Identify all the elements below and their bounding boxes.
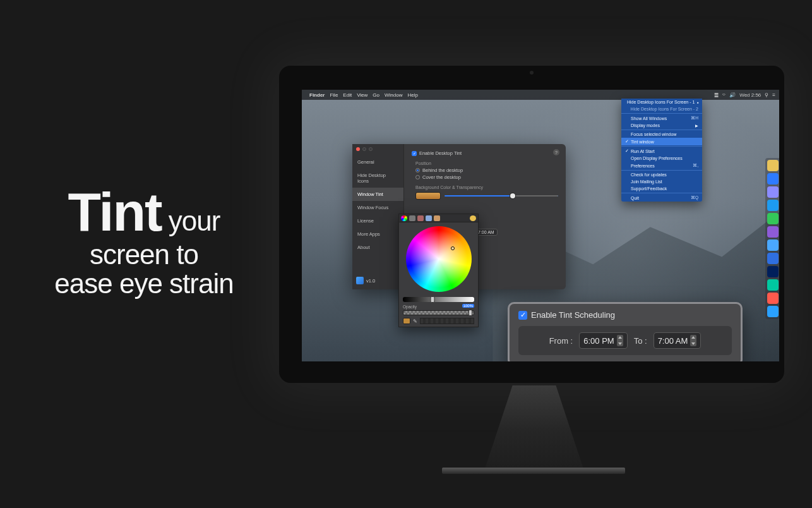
slider-thumb[interactable] [510,193,515,198]
dock-app-icon[interactable] [767,239,779,251]
saved-swatches-grid[interactable] [420,318,474,324]
dock-app-icon[interactable] [767,160,779,171]
menubar-item[interactable]: Help [407,92,417,98]
dock-app-icon[interactable] [767,279,779,291]
eyedropper-icon[interactable]: ✎ [413,318,417,324]
sidebar-item-hide-desktop-icons[interactable]: Hide Desktop Icons [352,169,403,188]
menu-item[interactable]: Preferences⌘, [621,162,702,169]
imac-frame: Finder File Edit View Go Window Help ䷀ ⌔… [279,66,784,383]
bgcolor-row [415,192,558,200]
radio-behind-desktop[interactable] [415,168,420,172]
desktop-screen: Finder File Edit View Go Window Help ䷀ ⌔… [302,90,779,361]
menu-shortcut: ⌘Q [691,195,698,200]
search-icon[interactable]: ⚲ [765,92,768,98]
zoom-button[interactable] [369,147,373,151]
color-wheel-tab-icon[interactable] [401,215,407,221]
color-wheel[interactable] [406,226,472,292]
enable-desktop-tint-checkbox[interactable]: ✓ [412,151,417,156]
help-icon[interactable]: ? [553,149,559,155]
menu-item[interactable]: Focus selected window [621,131,702,138]
pencils-tab-icon[interactable] [434,215,440,221]
position-behind-row: Behind the desktop [415,167,558,173]
radio-cover-desktop-label: Cover the desktop [422,174,461,180]
dock-app-icon[interactable] [767,226,779,238]
dock-app-icon[interactable] [767,306,779,317]
opacity-slider-thumb[interactable] [469,310,472,316]
from-time-field[interactable]: 6:00 PM [579,332,627,349]
color-swatch-button[interactable] [415,192,441,200]
menu-item[interactable]: Support/Feedback [621,185,702,192]
from-time-stepper[interactable] [617,335,623,346]
menubar-item[interactable]: Window [385,92,402,98]
menu-item[interactable]: Quit⌘Q [621,194,702,202]
image-palettes-tab-icon[interactable] [426,215,432,221]
color-palettes-tab-icon[interactable] [417,215,424,221]
sidebar-item-license[interactable]: License [352,214,403,227]
menubar-item[interactable]: Edit [343,92,352,98]
from-label: From : [549,336,573,346]
menu-item[interactable]: Join Mailing List [621,178,702,185]
sidebar-item-about[interactable]: About [352,241,403,254]
to-time-field[interactable]: 7:00 AM [654,332,702,349]
menu-item-label: Tint window [631,140,654,144]
brightness-slider[interactable] [403,297,474,302]
menubar-item[interactable]: File [330,92,338,98]
sidebar-item-window-tint[interactable]: Window Tint [352,188,403,201]
clock-text[interactable]: Wed 2:56 [739,92,761,98]
minimize-button[interactable] [362,147,366,151]
imac-stand [480,385,588,468]
window-traffic-lights [356,147,373,151]
menubar-item[interactable]: Go [373,92,379,98]
radio-cover-desktop[interactable] [415,175,420,179]
to-time-stepper[interactable] [690,335,696,346]
menu-item-label: Open Display Preferences [631,156,683,160]
dock-app-icon[interactable] [767,213,779,224]
tagline-word-tint: Tint [68,181,162,242]
tagline-word-your: your [162,205,220,236]
menubar-app-name[interactable]: Finder [309,92,325,98]
menu-item[interactable]: Display modes▶ [621,122,702,129]
menu-item[interactable]: Show All Windows⌘H [621,114,702,122]
current-color-swatch[interactable] [403,318,410,324]
close-button[interactable] [356,147,360,151]
dock-app-icon[interactable] [767,186,779,198]
menu-item[interactable]: Open Display Preferences [621,155,702,162]
menu-item-label: Display modes [631,123,660,128]
dock [765,158,779,319]
menu-item[interactable]: Hide Desktop Icons For Screen - 1● [621,99,702,106]
color-sliders-tab-icon[interactable] [409,215,415,221]
menu-item-label: Hide Desktop Icons For Screen - 1 [627,100,695,104]
dock-app-icon[interactable] [767,173,779,184]
menu-item-label: Quit [631,196,639,200]
app-icon [356,277,364,284]
menu-item-label: Preferences [631,164,655,168]
wifi-icon[interactable]: ⌔ [722,92,725,98]
control-center-icon[interactable]: ≡ [772,92,775,98]
dock-app-icon[interactable] [767,293,779,304]
battery-icon[interactable]: ䷀ [714,92,719,98]
volume-icon[interactable]: 🔊 [729,92,736,98]
enable-tint-scheduling-checkbox[interactable]: ✓ [518,311,527,320]
menu-item[interactable]: ✓Tint window [621,138,702,145]
submenu-arrow-icon: ▶ [695,123,698,128]
opacity-slider[interactable] [403,310,474,315]
menu-item-label: Support/Feedback [631,186,667,191]
tagline-line-3: ease eye strain [11,269,277,298]
transparency-slider[interactable] [445,195,558,197]
menu-item[interactable]: Check for updates [621,171,702,178]
color-wheel-marker[interactable] [451,246,455,250]
menu-item-label: Hide Desktop Icons For Screen - 2 [631,107,698,111]
menubar-item[interactable]: View [357,92,367,98]
sidebar-item-general[interactable]: General [352,155,403,169]
menu-shortcut: ⌘, [693,163,698,168]
dock-app-icon[interactable] [767,253,779,264]
sidebar-item-more-apps[interactable]: More Apps [352,227,403,241]
dock-app-icon[interactable] [767,200,779,211]
sidebar-item-window-focus[interactable]: Window Focus [352,201,403,214]
dock-app-icon[interactable] [767,266,779,277]
opacity-value-badge[interactable]: 100% [462,304,474,308]
menu-item[interactable]: ✓Run At Start [621,147,702,155]
to-time-value: 7:00 AM [658,336,688,346]
brightness-slider-thumb[interactable] [431,296,435,303]
picker-top-right-icon[interactable] [470,215,476,221]
